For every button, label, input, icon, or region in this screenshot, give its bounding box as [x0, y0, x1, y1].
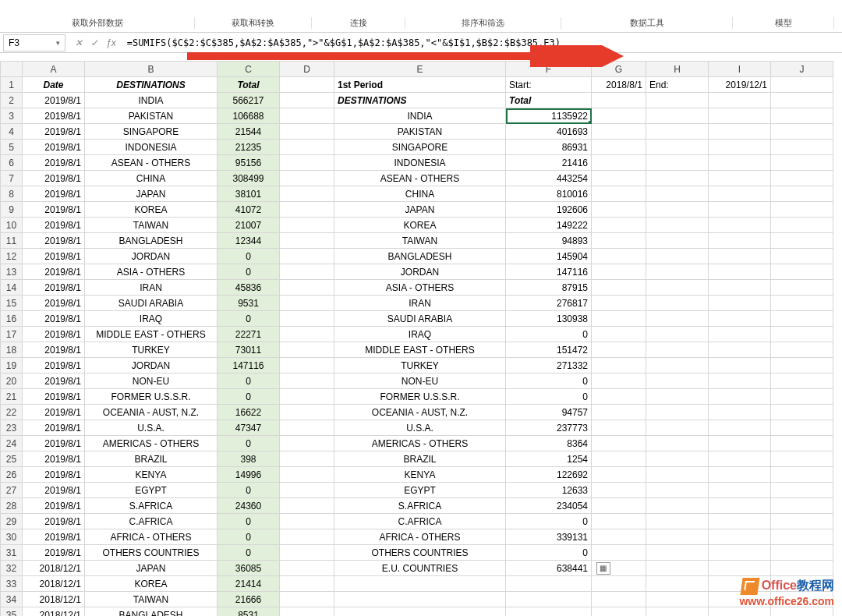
cell[interactable]	[592, 124, 646, 140]
cell[interactable]	[280, 124, 334, 140]
cell[interactable]	[646, 389, 709, 405]
cell[interactable]: INDONESIA	[334, 155, 506, 171]
cell[interactable]: 21235	[218, 140, 280, 155]
cell[interactable]: ASEAN - OTHERS	[85, 155, 218, 171]
cell[interactable]: 308499	[218, 171, 280, 186]
row-header[interactable]: 24	[1, 436, 23, 451]
cell[interactable]	[709, 311, 771, 327]
cell[interactable]	[646, 155, 709, 171]
cell[interactable]: SAUDI ARABIA	[334, 311, 506, 327]
col-header-F[interactable]: F	[506, 62, 592, 77]
row-header[interactable]: 35	[1, 607, 23, 617]
cell[interactable]: 86931	[506, 140, 592, 155]
cell[interactable]: 8531	[218, 607, 280, 617]
col-header-D[interactable]: D	[280, 62, 334, 77]
cell[interactable]	[709, 108, 771, 124]
col-header-J[interactable]: J	[771, 62, 833, 77]
cell[interactable]	[592, 483, 646, 498]
cell[interactable]	[771, 498, 833, 514]
cell[interactable]	[771, 327, 833, 342]
row-header[interactable]: 7	[1, 171, 23, 186]
cell[interactable]	[709, 249, 771, 264]
cell[interactable]	[646, 233, 709, 249]
cell[interactable]	[592, 498, 646, 514]
cell[interactable]: 0	[506, 514, 592, 529]
cell[interactable]	[646, 296, 709, 311]
cell[interactable]	[646, 249, 709, 264]
cell[interactable]	[592, 467, 646, 483]
cell[interactable]: 145904	[506, 249, 592, 264]
cell[interactable]	[280, 498, 334, 514]
cell[interactable]	[280, 93, 334, 108]
row-header[interactable]: 20	[1, 373, 23, 389]
cell[interactable]	[646, 202, 709, 218]
cell[interactable]: 2019/8/1	[23, 467, 85, 483]
cell[interactable]	[592, 186, 646, 202]
cell[interactable]: TURKEY	[85, 342, 218, 358]
cell[interactable]: NON-EU	[334, 373, 506, 389]
cell[interactable]	[280, 155, 334, 171]
cell[interactable]	[280, 467, 334, 483]
row-header[interactable]: 5	[1, 140, 23, 155]
cell[interactable]	[709, 467, 771, 483]
cell[interactable]: BRAZIL	[85, 451, 218, 467]
cell[interactable]	[771, 561, 833, 576]
cell[interactable]: 106688	[218, 108, 280, 124]
cell[interactable]: SAUDI ARABIA	[85, 296, 218, 311]
cell[interactable]: 2019/8/1	[23, 218, 85, 233]
cell[interactable]: 401693	[506, 124, 592, 140]
cell[interactable]	[280, 592, 334, 607]
cell[interactable]	[280, 264, 334, 280]
cell[interactable]: JAPAN	[85, 186, 218, 202]
col-header-E[interactable]: E	[334, 62, 506, 77]
cell[interactable]	[709, 358, 771, 373]
row-header[interactable]: 15	[1, 296, 23, 311]
cell[interactable]	[646, 561, 709, 576]
row-header[interactable]: 16	[1, 311, 23, 327]
row-header[interactable]: 29	[1, 514, 23, 529]
cell[interactable]	[771, 405, 833, 420]
cell[interactable]: JAPAN	[85, 561, 218, 576]
cell[interactable]: IRAQ	[85, 311, 218, 327]
cell[interactable]: 12344	[218, 233, 280, 249]
cell[interactable]	[771, 483, 833, 498]
cell[interactable]	[771, 342, 833, 358]
cell[interactable]	[280, 311, 334, 327]
row-header[interactable]: 27	[1, 483, 23, 498]
cell[interactable]: 2018/12/1	[23, 592, 85, 607]
cell[interactable]	[709, 389, 771, 405]
cell[interactable]	[709, 373, 771, 389]
cell[interactable]	[506, 576, 592, 592]
cell[interactable]	[280, 140, 334, 155]
cell[interactable]	[771, 529, 833, 545]
cell[interactable]: 16622	[218, 405, 280, 420]
cell[interactable]: 810016	[506, 186, 592, 202]
cell[interactable]	[592, 218, 646, 233]
cell[interactable]: 2019/8/1	[23, 296, 85, 311]
cell[interactable]	[709, 155, 771, 171]
cell[interactable]	[592, 249, 646, 264]
cell[interactable]: 2018/12/1	[23, 576, 85, 592]
col-header-C[interactable]: C	[218, 62, 280, 77]
cell[interactable]: TAIWAN	[85, 592, 218, 607]
cell[interactable]	[280, 389, 334, 405]
cell[interactable]: 1254	[506, 451, 592, 467]
cell[interactable]: FORMER U.S.S.R.	[85, 389, 218, 405]
row-header[interactable]: 14	[1, 280, 23, 296]
cell[interactable]	[709, 171, 771, 186]
cell[interactable]: AMERICAS - OTHERS	[85, 436, 218, 451]
cell[interactable]	[709, 280, 771, 296]
cell[interactable]: 94893	[506, 233, 592, 249]
cell[interactable]	[709, 405, 771, 420]
cell[interactable]	[592, 233, 646, 249]
cell[interactable]	[646, 405, 709, 420]
cell[interactable]	[709, 514, 771, 529]
cell[interactable]	[709, 140, 771, 155]
cell[interactable]	[280, 576, 334, 592]
cell[interactable]: S.AFRICA	[85, 498, 218, 514]
row-header[interactable]: 32	[1, 561, 23, 576]
cell[interactable]	[646, 420, 709, 436]
cell[interactable]	[592, 140, 646, 155]
cell[interactable]: 22271	[218, 327, 280, 342]
cell[interactable]	[646, 186, 709, 202]
